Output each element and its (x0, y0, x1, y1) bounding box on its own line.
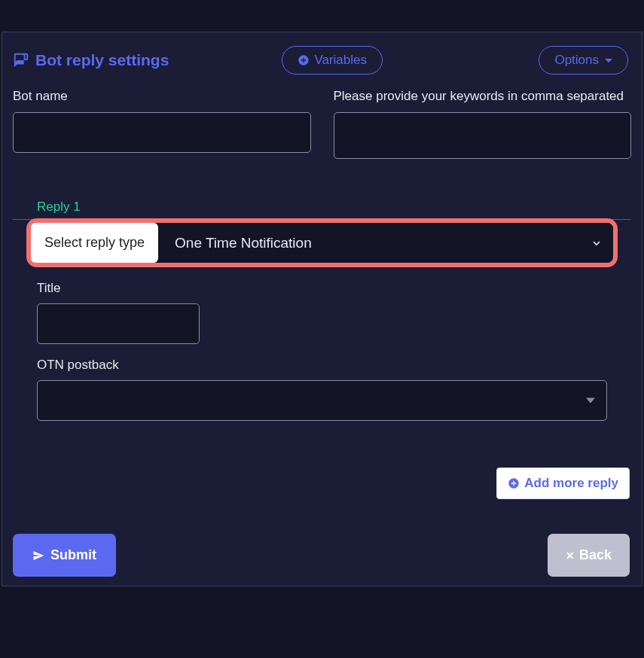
submit-button[interactable]: Submit (13, 534, 116, 577)
submit-label: Submit (50, 547, 96, 563)
add-more-label: Add more reply (524, 476, 618, 491)
form-row: Bot name Please provide your keywords in… (2, 88, 642, 159)
variables-button[interactable]: Variables (282, 46, 383, 75)
paper-plane-icon (32, 550, 44, 562)
add-more-reply-button[interactable]: Add more reply (496, 468, 630, 499)
plus-circle-icon (508, 477, 520, 489)
title-field: Title (37, 281, 607, 344)
keywords-input[interactable] (334, 112, 632, 159)
settings-panel: Bot reply settings Variables Options Bot… (2, 32, 642, 586)
chat-icon (13, 52, 29, 69)
keywords-label: Please provide your keywords in comma se… (334, 88, 632, 105)
page-title: Bot reply settings (35, 51, 169, 69)
reply-type-select[interactable]: One Time Notification (158, 223, 613, 263)
title-label: Title (37, 281, 607, 296)
header-row: Bot reply settings Variables Options (2, 32, 642, 88)
reply-type-label: Select reply type (31, 223, 158, 263)
bot-name-field: Bot name (13, 88, 311, 159)
bot-name-label: Bot name (13, 88, 311, 105)
plus-circle-icon (298, 54, 310, 66)
otn-postback-select[interactable] (37, 380, 607, 421)
footer-row: Submit ✕ Back (13, 534, 630, 577)
reply-type-select-wrap: One Time Notification (158, 223, 613, 263)
options-label: Options (554, 53, 599, 68)
back-button[interactable]: ✕ Back (548, 534, 630, 577)
reply-section-label: Reply 1 (37, 200, 642, 215)
otn-field: OTN postback (37, 358, 607, 421)
title-input[interactable] (37, 303, 200, 344)
otn-label: OTN postback (37, 358, 607, 373)
close-icon: ✕ (566, 550, 575, 562)
add-more-row: Add more reply (2, 468, 630, 499)
variables-label: Variables (314, 53, 367, 68)
page-title-wrap: Bot reply settings (13, 51, 169, 69)
reply-type-highlight: Select reply type One Time Notification (26, 218, 618, 267)
bot-name-input[interactable] (13, 112, 311, 153)
back-label: Back (579, 547, 612, 563)
caret-down-icon (605, 59, 612, 62)
keywords-field: Please provide your keywords in comma se… (334, 88, 632, 159)
options-button[interactable]: Options (539, 46, 628, 75)
